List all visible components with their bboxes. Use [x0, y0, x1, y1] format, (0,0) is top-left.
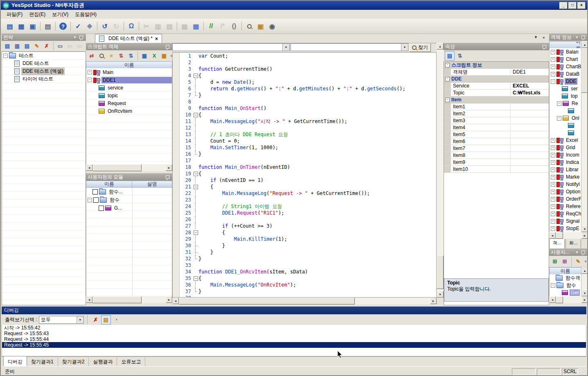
object-info-tree[interactable]: +Balan+Chart+ChartB+DataB−DDEsertop−Re−O…: [549, 48, 581, 233]
sort-alpha-icon[interactable]: ⇅: [455, 51, 464, 60]
overflow-chevron-icon[interactable]: »: [583, 259, 588, 264]
code-line[interactable]: 26: [173, 216, 436, 223]
tab-close-icon[interactable]: ×: [543, 35, 545, 40]
dialog-ok-icon[interactable]: ▣: [255, 21, 266, 31]
tab-objects[interactable]: 객...: [549, 239, 565, 249]
tree-item[interactable]: +Chart: [550, 56, 581, 63]
chevron-down-icon[interactable]: ▼: [574, 36, 580, 39]
duplicate-strategy-icon[interactable]: ▤: [23, 42, 32, 50]
search-combo[interactable]: ▼: [291, 43, 408, 51]
close-button[interactable]: ×: [577, 2, 586, 9]
tree-item[interactable]: −Re: [550, 100, 581, 107]
expand-toggle-icon[interactable]: +: [551, 212, 555, 216]
maximize-button[interactable]: □: [568, 2, 577, 9]
undo-icon[interactable]: ↺: [99, 21, 110, 31]
column-header-name[interactable]: 이름: [86, 181, 132, 188]
expand-toggle-icon[interactable]: +: [551, 153, 555, 157]
debug-log-line[interactable]: 시작 -> 15:55:42: [2, 325, 586, 331]
timestamp-clock-icon[interactable]: ◔: [112, 316, 121, 324]
find-icon[interactable]: [244, 21, 255, 31]
tree-item[interactable]: +DataB: [550, 70, 581, 78]
tree-item[interactable]: top: [550, 92, 581, 100]
property-row[interactable]: Item3: [444, 117, 549, 124]
debug-log-line[interactable]: Request -> 15:55:43: [2, 331, 586, 336]
expand-toggle-icon[interactable]: +: [551, 175, 555, 179]
debug-log-line[interactable]: Request -> 15:55:44: [2, 336, 586, 342]
tree-item[interactable]: +Refere: [550, 203, 581, 210]
scroll-right-icon[interactable]: ►: [430, 298, 437, 304]
scroll-down-icon[interactable]: ▼: [581, 226, 588, 232]
tree-item[interactable]: [550, 122, 581, 129]
tree-item[interactable]: +ReqCh: [550, 210, 581, 217]
property-row[interactable]: Item9: [444, 159, 549, 166]
tree-item[interactable]: +Signal: [550, 217, 581, 225]
chevron-down-icon[interactable]: ▼: [401, 44, 408, 51]
minimize-button[interactable]: _: [559, 2, 568, 9]
excel-object-icon[interactable]: X: [150, 51, 159, 60]
chart-object-icon[interactable]: ⇅: [117, 51, 126, 60]
document-tab[interactable]: DDE 테스트 (엑셀) * ×: [95, 34, 162, 43]
tree-item[interactable]: ser: [550, 85, 581, 92]
expand-toggle-icon[interactable]: −: [557, 116, 561, 121]
scroll-up-icon[interactable]: ▲: [581, 267, 588, 274]
tree-item[interactable]: +Balan: [550, 48, 581, 56]
bottom-tab-3[interactable]: 실행결과: [89, 357, 117, 367]
property-row[interactable]: TopicC:₩Test.xls: [444, 90, 549, 96]
expand-toggle-icon[interactable]: −: [88, 78, 92, 82]
document-tab-close-icon[interactable]: ×: [155, 36, 158, 42]
column-header-description[interactable]: 설명: [132, 181, 172, 188]
tree-item[interactable]: +OrderF: [550, 195, 581, 203]
horizontal-scrollbar[interactable]: ◄ ►: [172, 298, 437, 304]
chevron-down-icon[interactable]: ▼: [72, 36, 78, 39]
code-line[interactable]: 20 if (nEventID == 1): [173, 177, 436, 184]
expand-toggle-icon[interactable]: +: [551, 182, 555, 187]
new-folder-icon[interactable]: ▭: [56, 42, 65, 50]
tree-item[interactable]: service: [86, 84, 172, 92]
tree-item[interactable]: −함수: [86, 196, 172, 204]
comment-icon[interactable]: //: [206, 21, 216, 31]
scroll-right-icon[interactable]: ►: [166, 164, 172, 171]
tree-item[interactable]: 함수...: [86, 188, 172, 196]
alert-bell-icon[interactable]: Ω: [126, 21, 137, 31]
code-line[interactable]: 23: [173, 197, 436, 203]
expand-toggle-icon[interactable]: −: [551, 283, 555, 288]
grid-object-icon[interactable]: ▦: [140, 51, 149, 60]
tree-item[interactable]: +ChartB: [550, 63, 581, 70]
data-source-icon[interactable]: ≡: [107, 51, 116, 60]
property-section[interactable]: −DDE: [444, 76, 549, 83]
new-file-icon[interactable]: ▤: [5, 21, 15, 31]
scroll-left-icon[interactable]: ◄: [86, 164, 92, 171]
tab-list-dropdown-icon[interactable]: ▼: [534, 35, 538, 39]
code-line[interactable]: 2: [173, 59, 436, 66]
syntax-check-icon[interactable]: ✓: [73, 21, 83, 31]
code-area[interactable]: 1var Count;23function GetCurrentTime()4{…: [172, 52, 437, 298]
property-grid[interactable]: −스크립트 정보객체명DDE1−DDEServiceEXCELTopicC:₩T…: [444, 61, 549, 305]
scroll-right-icon[interactable]: ►: [166, 296, 172, 303]
code-line[interactable]: 8: [173, 98, 436, 105]
tree-item[interactable]: +Incom: [550, 151, 581, 159]
checkbox[interactable]: [92, 189, 98, 195]
expand-toggle-icon[interactable]: +: [551, 190, 555, 194]
vertical-scrollbar[interactable]: ▲ ▼: [437, 43, 444, 298]
debug-log[interactable]: 시작 -> 15:55:42Request -> 15:55:43Request…: [2, 325, 586, 356]
menu-item-2[interactable]: 보기(V): [50, 10, 73, 19]
expand-toggle-icon[interactable]: −: [557, 101, 561, 106]
user-functions-tree[interactable]: 함수객−함수Get: [549, 274, 581, 297]
pin-icon[interactable]: [79, 36, 83, 39]
code-line[interactable]: 1var Count;: [173, 53, 436, 59]
code-line[interactable]: 4{: [173, 72, 436, 79]
tree-item[interactable]: [550, 129, 581, 137]
bottom-tab-2[interactable]: 찾기결과2: [58, 357, 89, 367]
title-bar[interactable]: YS YesSpot Studio - NH투자증권 _ □ ×: [1, 1, 587, 10]
scroll-left-icon[interactable]: ◄: [86, 296, 92, 303]
code-line[interactable]: 36 Main.MessageLog("OnRcvItem");: [173, 282, 436, 288]
add-function-object-icon[interactable]: ⊞: [550, 257, 559, 266]
tree-item[interactable]: 타이머 테스트: [2, 75, 86, 83]
code-line[interactable]: 38: [173, 295, 436, 298]
code-line[interactable]: 9function Main_OnStart(): [173, 105, 436, 112]
property-row[interactable]: ServiceEXCEL: [444, 83, 549, 90]
expand-toggle-icon[interactable]: +: [551, 197, 555, 201]
expand-toggle-icon[interactable]: +: [551, 160, 555, 165]
scroll-up-icon[interactable]: ▲: [437, 43, 444, 49]
code-line[interactable]: 10{: [173, 112, 436, 118]
